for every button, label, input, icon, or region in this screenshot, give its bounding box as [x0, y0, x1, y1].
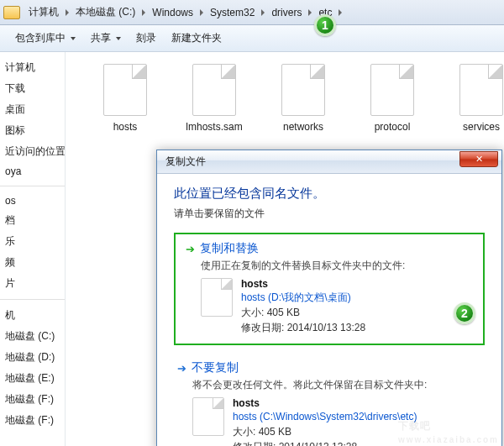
option-label: 不要复制 [192, 360, 239, 375]
arrow-right-icon: ➔ [186, 243, 195, 255]
sidebar-item[interactable]: 频 [0, 252, 65, 273]
file-icon [192, 64, 236, 116]
sidebar-item[interactable]: 地磁盘 (C:) [0, 326, 65, 347]
file-label: networks [274, 121, 333, 133]
sidebar-item[interactable]: 档 [0, 210, 65, 231]
chevron-right-icon [261, 9, 265, 16]
file-icon [370, 64, 414, 116]
file-icon [459, 64, 503, 116]
dialog-titlebar: 复制文件 ✕ [157, 150, 501, 174]
option-label: 复制和替换 [200, 241, 259, 256]
file-icon [281, 64, 325, 116]
breadcrumb-root[interactable]: 计算机 [24, 3, 64, 22]
file-item[interactable]: services [452, 64, 504, 133]
chevron-down-icon [71, 37, 76, 40]
file-item[interactable]: protocol [363, 64, 422, 133]
chevron-right-icon [142, 9, 145, 16]
breadcrumb-system32[interactable]: System32 [205, 3, 260, 22]
chevron-right-icon [339, 9, 342, 16]
share-button[interactable]: 共享 [84, 28, 128, 49]
copy-file-dialog: 复制文件 ✕ 此位置已经包含同名文件。 请单击要保留的文件 ➔ 复制和替换 使用… [156, 150, 502, 446]
file-icon [103, 64, 147, 116]
sidebar-item[interactable]: 片 [0, 273, 65, 294]
file-meta: hosts hosts (C:\Windows\System32\drivers… [233, 397, 417, 446]
sidebar-item[interactable]: 乐 [0, 231, 65, 252]
sidebar-item[interactable]: 计算机 [0, 57, 65, 78]
chevron-right-icon [308, 9, 312, 16]
step-badge-2: 2 [454, 302, 475, 324]
file-icon [201, 278, 233, 317]
option-desc: 使用正在复制的文件替换目标文件夹中的文件: [201, 259, 473, 273]
file-label: hosts [96, 121, 155, 133]
new-folder-button[interactable]: 新建文件夹 [165, 28, 228, 49]
chevron-right-icon [66, 9, 69, 16]
sidebar-item[interactable]: 机 [0, 305, 65, 326]
dialog-headline: 此位置已经包含同名文件。 [174, 186, 485, 202]
folder-icon [3, 6, 20, 19]
chevron-right-icon [200, 9, 203, 16]
option-desc: 将不会更改任何文件。将此文件保留在目标文件夹中: [192, 378, 481, 392]
file-label: protocol [363, 121, 422, 133]
breadcrumb-windows[interactable]: Windows [147, 3, 198, 22]
sidebar: 计算机 下载 桌面 图标 近访问的位置 oya os 档 乐 频 片 机 地磁盘… [0, 52, 66, 446]
file-icon [192, 397, 224, 436]
sidebar-item[interactable]: 图标 [0, 120, 65, 141]
file-label: services [452, 121, 504, 133]
dialog-subline: 请单击要保留的文件 [174, 207, 485, 221]
sidebar-item[interactable]: 地磁盘 (F:) [0, 410, 65, 431]
file-item[interactable]: networks [274, 64, 333, 133]
arrow-right-icon: ➔ [177, 362, 186, 375]
file-label: lmhosts.sam [185, 121, 244, 133]
sidebar-item[interactable]: 地磁盘 (F:) [0, 389, 65, 410]
breadcrumb-drivers[interactable]: drivers [266, 3, 307, 22]
file-meta: hosts hosts (D:\我的文档\桌面) 大小: 405 KB 修改日期… [241, 278, 365, 335]
dialog-title: 复制文件 [165, 155, 206, 169]
burn-button[interactable]: 刻录 [129, 28, 163, 49]
close-button[interactable]: ✕ [459, 151, 498, 167]
step-badge-1: 1 [314, 14, 336, 36]
address-bar: 计算机 本地磁盘 (C:) Windows System32 drivers e… [0, 0, 504, 25]
sidebar-item[interactable]: 地磁盘 (E:) [0, 368, 65, 389]
sidebar-item[interactable]: 地磁盘 (D:) [0, 347, 65, 368]
include-button[interactable]: 包含到库中 [8, 28, 82, 49]
toolbar: 包含到库中 共享 刻录 新建文件夹 [0, 25, 504, 52]
option-copy-replace[interactable]: ➔ 复制和替换 使用正在复制的文件替换目标文件夹中的文件: hosts host… [174, 233, 485, 345]
breadcrumb-c[interactable]: 本地磁盘 (C:) [71, 3, 140, 22]
sidebar-item[interactable]: 近访问的位置 [0, 141, 65, 162]
file-item[interactable]: lmhosts.sam [185, 64, 244, 133]
sidebar-item[interactable]: os [0, 192, 65, 210]
file-item[interactable]: hosts [96, 64, 155, 133]
sidebar-item[interactable]: oya [0, 162, 65, 181]
sidebar-item[interactable]: 下载 [0, 78, 65, 99]
option-dont-copy[interactable]: ➔ 不要复制 将不会更改任何文件。将此文件保留在目标文件夹中: hosts ho… [174, 355, 485, 446]
sidebar-item[interactable]: 桌面 [0, 99, 65, 120]
chevron-down-icon [116, 37, 121, 40]
